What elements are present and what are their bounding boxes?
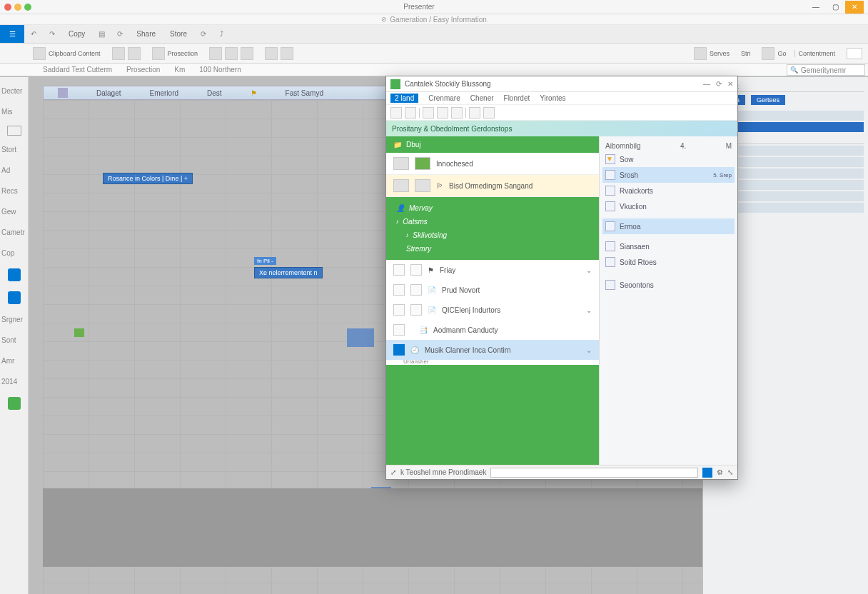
dialog-menu: 2 land Crenmare Chener Flonrdet Yirontes [386, 92, 737, 105]
tab-share[interactable]: Share [129, 25, 163, 43]
menu-item[interactable]: Yirontes [540, 94, 565, 102]
col-header[interactable]: Fast Samyd [286, 89, 323, 97]
tool-icon[interactable] [451, 107, 463, 119]
filter-item[interactable]: Vkuclion [602, 198, 735, 214]
max-dot-icon[interactable] [24, 4, 31, 11]
nav-app-icon[interactable] [8, 397, 21, 410]
tool-icon[interactable] [423, 107, 434, 119]
filter-item[interactable]: Soitd Rtoes [602, 254, 735, 270]
expand-icon[interactable]: ⤡ [727, 468, 733, 476]
menu-item[interactable]: 2 land [390, 94, 418, 103]
nav-item[interactable]: Cametr [0, 226, 28, 239]
list-item[interactable]: 📄Prud Novort [386, 280, 599, 300]
list-item[interactable]: ⚑Friay [386, 260, 599, 280]
col-header[interactable]: Dest [207, 89, 222, 97]
tool-icon[interactable] [437, 107, 448, 119]
footer-input[interactable] [490, 468, 698, 478]
list-item[interactable]: Innochesed [386, 153, 599, 175]
nav-item[interactable]: Recs [0, 184, 28, 198]
toolbar-icon[interactable]: ⟳ [196, 26, 211, 42]
cell-tag[interactable]: Rosance in Colors | Dine | + [103, 173, 193, 184]
nav-app-icon[interactable] [8, 268, 21, 281]
close-icon[interactable]: ✕ [727, 80, 733, 88]
nav-item[interactable]: Ad [0, 163, 28, 177]
redo-icon[interactable]: ↷ [44, 26, 60, 42]
nav-item[interactable]: Mis [0, 105, 28, 119]
maximize-icon[interactable]: ▢ [826, 1, 844, 14]
nav-item[interactable]: 2014 [0, 375, 28, 388]
min-dot-icon[interactable] [14, 4, 21, 11]
col-header[interactable]: Dalaget [96, 89, 121, 97]
tab-store[interactable]: Store [163, 25, 194, 43]
refresh-icon[interactable]: ⟳ [716, 80, 722, 88]
tool-icon[interactable] [241, 47, 253, 60]
close-dot-icon[interactable] [4, 4, 11, 11]
tool-icon[interactable] [209, 47, 222, 60]
zoom-input[interactable] [847, 48, 862, 59]
tool-icon[interactable] [762, 47, 774, 60]
ribbon-tabs: ☰ ↶ ↷ Copy ▤ ⟳ Share Store ⟳ ⤴ [0, 25, 868, 44]
file-tab[interactable]: ☰ [0, 25, 24, 43]
tool-icon[interactable] [694, 47, 707, 60]
filter-item[interactable]: Rvaickorts [602, 183, 735, 198]
list-item[interactable]: 📄QICElenj Indurtors [386, 300, 599, 320]
toolbar-icon[interactable]: ⟳ [112, 26, 128, 42]
tab-copy[interactable]: Copy [61, 25, 92, 43]
category-item[interactable]: ›Sklivotsing [406, 231, 589, 239]
ribbon-label: Km [174, 66, 185, 74]
nav-item[interactable]: Amr [0, 354, 28, 368]
tool-icon[interactable] [405, 107, 416, 119]
cell-tag[interactable]: fn Pil - [254, 257, 276, 265]
menu-item[interactable]: Crenmare [428, 94, 460, 102]
tool-icon[interactable] [265, 47, 278, 60]
panel-tab[interactable]: Gertees [751, 95, 785, 105]
col-header[interactable]: Emeriord [149, 89, 178, 97]
cell-tag[interactable]: Xe nelerrementent n [254, 267, 323, 278]
filter-item[interactable]: Seoontons [602, 277, 735, 293]
settings-icon[interactable]: ⚙ [717, 468, 723, 476]
nav-item[interactable]: Sont [0, 333, 28, 347]
filter-item[interactable]: Srosh5. Srep [602, 167, 735, 183]
tool-icon[interactable] [112, 47, 125, 60]
item-label: Mervay [409, 204, 433, 212]
doc-icon [415, 179, 430, 192]
toolbar-icon[interactable]: ⤴ [214, 26, 230, 42]
nav-item[interactable]: Srgner [0, 313, 28, 326]
category-item[interactable]: Stremry [406, 245, 589, 253]
footer-button[interactable] [702, 468, 712, 478]
tool-icon[interactable] [225, 47, 238, 60]
paste-icon[interactable] [33, 47, 46, 60]
close-icon[interactable]: ✕ [845, 1, 864, 14]
filter-item[interactable]: Ermoa [602, 218, 735, 234]
list-item[interactable]: 🕘Musik Clanner Inca Contirn [386, 340, 599, 360]
tool-icon[interactable] [390, 107, 402, 119]
item-label: Siansaen [620, 243, 650, 251]
list-item[interactable]: 🏳Bisd Ormedingm Sangand [386, 175, 599, 197]
filter-item[interactable]: Siansaen [602, 238, 735, 254]
nav-app-icon[interactable] [8, 291, 21, 304]
tool-icon[interactable] [483, 107, 495, 119]
expand-icon[interactable]: ⤢ [390, 468, 396, 476]
list-item[interactable]: 📑Aodmanm Canducty [386, 320, 599, 340]
filter-item[interactable]: ▼Sow [602, 151, 735, 167]
nav-item[interactable]: Decter [0, 84, 28, 98]
tool-icon[interactable] [128, 47, 141, 60]
minimize-icon[interactable]: — [703, 80, 710, 88]
tool-icon[interactable] [281, 47, 293, 60]
tool-icon[interactable] [469, 107, 480, 119]
tool-icon[interactable] [152, 47, 165, 60]
toolbar-icon[interactable]: ▤ [94, 26, 109, 42]
menu-item[interactable]: Flonrdet [504, 94, 530, 102]
menu-item[interactable]: Chener [470, 94, 494, 102]
nav-item[interactable]: Cop [0, 246, 28, 260]
category-item[interactable]: 👤Mervay [396, 204, 589, 212]
undo-icon[interactable]: ↶ [26, 26, 41, 42]
nav-item[interactable]: Stort [0, 143, 28, 156]
search-input[interactable]: 🔍 Gemeritynemr [787, 64, 865, 76]
nav-icon[interactable] [7, 126, 21, 136]
item-icon [393, 264, 405, 276]
nav-item[interactable]: Gew [0, 205, 28, 218]
category-item[interactable]: ›Oatsms [396, 218, 589, 226]
cell-fill [347, 328, 374, 347]
minimize-icon[interactable]: — [807, 1, 825, 14]
